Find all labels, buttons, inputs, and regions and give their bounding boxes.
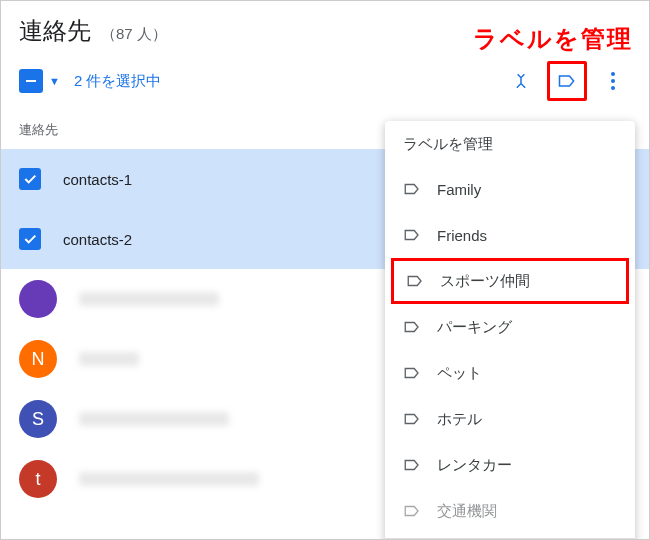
avatar: N: [19, 340, 57, 378]
contact-name: contacts-2: [63, 231, 132, 248]
label-icon: [403, 410, 421, 428]
contact-name: contacts-1: [63, 171, 132, 188]
contact-name-blurred: [79, 352, 139, 366]
check-icon: [22, 171, 38, 187]
row-checkbox[interactable]: [19, 168, 41, 190]
label-icon: [403, 502, 421, 520]
label-icon: [403, 318, 421, 336]
label-icon: [403, 226, 421, 244]
contact-name-blurred: [79, 412, 229, 426]
label-icon: [403, 180, 421, 198]
label-icon: [403, 456, 421, 474]
contact-count: （87 人）: [101, 25, 167, 44]
contact-name-blurred: [79, 292, 219, 306]
label-item[interactable]: Friends: [385, 212, 635, 258]
manage-labels-button[interactable]: [547, 61, 587, 101]
label-text: Friends: [437, 227, 487, 244]
label-item[interactable]: レンタカー: [385, 442, 635, 488]
avatar: t: [19, 460, 57, 498]
label-icon: [557, 71, 577, 91]
label-item[interactable]: Family: [385, 166, 635, 212]
label-icon: [406, 272, 424, 290]
label-text: Family: [437, 181, 481, 198]
select-all-checkbox[interactable]: [19, 69, 43, 93]
popover-title: ラベルを管理: [385, 135, 635, 166]
merge-icon: [511, 71, 531, 91]
label-item[interactable]: 交通機関: [385, 488, 635, 534]
label-item[interactable]: ホテル: [385, 396, 635, 442]
label-text: ペット: [437, 364, 482, 383]
label-item[interactable]: ペット: [385, 350, 635, 396]
avatar: [19, 280, 57, 318]
label-text: 交通機関: [437, 502, 497, 521]
contact-name-blurred: [79, 472, 259, 486]
labels-popover: ラベルを管理 FamilyFriendsスポーツ仲間パーキングペットホテルレンタ…: [385, 121, 635, 540]
avatar: S: [19, 400, 57, 438]
label-item[interactable]: スポーツ仲間: [391, 258, 629, 304]
more-icon: [611, 72, 615, 90]
page-title: 連絡先: [19, 15, 91, 47]
selection-toolbar: ▼ 2 件を選択中: [1, 51, 649, 115]
label-item[interactable]: パーキング: [385, 304, 635, 350]
label-icon: [403, 364, 421, 382]
label-text: パーキング: [437, 318, 512, 337]
more-menu-button[interactable]: [595, 63, 631, 99]
label-text: ホテル: [437, 410, 482, 429]
label-text: レンタカー: [437, 456, 512, 475]
label-text: スポーツ仲間: [440, 272, 530, 291]
selection-count-text: 2 件を選択中: [74, 72, 162, 91]
check-icon: [22, 231, 38, 247]
row-checkbox[interactable]: [19, 228, 41, 250]
select-dropdown-caret[interactable]: ▼: [49, 75, 60, 87]
merge-button[interactable]: [503, 63, 539, 99]
